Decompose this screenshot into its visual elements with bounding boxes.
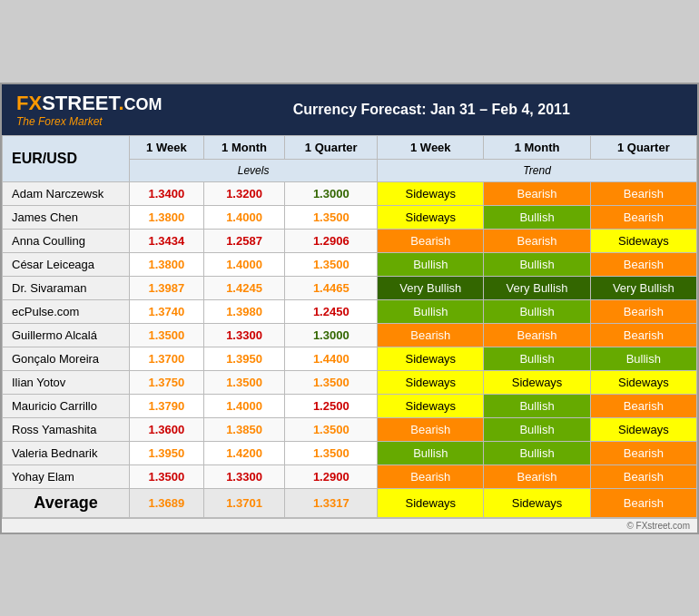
level-value: 1.3500	[285, 205, 378, 229]
analyst-name: César Leiceaga	[3, 252, 130, 276]
trend-value: Bearish	[378, 323, 484, 347]
copyright: © FXstreet.com	[626, 521, 690, 531]
level-value: 1.3500	[130, 323, 204, 347]
levels-header: Levels	[130, 159, 378, 181]
level-value: 1.3600	[130, 417, 204, 441]
avg-t2: Sideways	[484, 488, 590, 517]
level-value: 1.3700	[130, 347, 204, 370]
analyst-name: Dr. Sivaraman	[3, 276, 130, 299]
level-value: 1.2900	[285, 464, 378, 488]
average-row: Average 1.3689 1.3701 1.3317 Sideways Si…	[3, 488, 697, 517]
level-value: 1.3750	[130, 370, 204, 394]
avg-l1: 1.3689	[130, 488, 204, 517]
level-value: 1.3987	[130, 276, 204, 299]
table-row: Gonçalo Moreira1.37001.39501.4400Sideway…	[3, 347, 697, 370]
level-value: 1.2587	[203, 229, 285, 252]
level-value: 1.3790	[130, 394, 204, 417]
level-value: 1.3800	[130, 252, 204, 276]
logo-street: STREET	[42, 92, 118, 114]
analyst-name: Adam Narczewsk	[3, 181, 130, 205]
level-value: 1.4000	[203, 205, 285, 229]
trend-value: Bullish	[378, 441, 484, 464]
trend-value: Bearish	[484, 229, 590, 252]
level-value: 1.3400	[130, 181, 204, 205]
analyst-name: ecPulse.com	[3, 299, 130, 323]
page-title: Currency Forecast: Jan 31 – Feb 4, 2011	[181, 102, 683, 118]
table-row: Mauricio Carrillo1.37901.40001.2500Sidew…	[3, 394, 697, 417]
trend-value: Very Bullish	[484, 276, 590, 299]
trend-value: Sideways	[378, 370, 484, 394]
level-value: 1.2450	[285, 299, 378, 323]
table-row: Ross Yamashita1.36001.38501.3500BearishB…	[3, 417, 697, 441]
trend-value: Bullish	[484, 299, 590, 323]
trend-value: Sideways	[484, 370, 590, 394]
logo-com: COM	[124, 95, 162, 113]
trend-value: Bearish	[590, 181, 696, 205]
analyst-name: Ross Yamashita	[3, 417, 130, 441]
level-value: 1.3500	[285, 441, 378, 464]
trend-value: Bearish	[590, 464, 696, 488]
level-value: 1.3800	[130, 205, 204, 229]
trend-value: Bearish	[590, 323, 696, 347]
analyst-name: Mauricio Carrillo	[3, 394, 130, 417]
level-value: 1.3500	[203, 370, 285, 394]
col-h-5: 1 Month	[484, 135, 590, 159]
level-value: 1.3850	[203, 417, 285, 441]
trend-value: Sideways	[378, 347, 484, 370]
trend-value: Very Bullish	[378, 276, 484, 299]
level-value: 1.3950	[203, 347, 285, 370]
level-value: 1.4245	[203, 276, 285, 299]
level-value: 1.4400	[285, 347, 378, 370]
table-row: Yohay Elam1.35001.33001.2900BearishBeari…	[3, 464, 697, 488]
avg-t1: Sideways	[378, 488, 484, 517]
trend-value: Bearish	[590, 252, 696, 276]
level-value: 1.4000	[203, 394, 285, 417]
level-value: 1.4000	[203, 252, 285, 276]
trend-value: Bearish	[590, 394, 696, 417]
trend-header: Trend	[378, 159, 697, 181]
trend-value: Bearish	[484, 181, 590, 205]
level-value: 1.3500	[130, 464, 204, 488]
table-row: César Leiceaga1.38001.40001.3500BullishB…	[3, 252, 697, 276]
level-value: 1.3740	[130, 299, 204, 323]
trend-value: Bearish	[484, 464, 590, 488]
trend-value: Bullish	[484, 417, 590, 441]
col-h-1: 1 Week	[130, 135, 204, 159]
trend-value: Bullish	[484, 252, 590, 276]
table-row: Ilian Yotov1.37501.35001.3500SidewaysSid…	[3, 370, 697, 394]
trend-value: Bullish	[378, 252, 484, 276]
level-value: 1.3300	[203, 464, 285, 488]
trend-value: Sideways	[378, 394, 484, 417]
logo-sub: The Forex Market	[16, 115, 162, 128]
trend-value: Sideways	[590, 370, 696, 394]
level-value: 1.3300	[203, 323, 285, 347]
logo: FXSTREET.COM The Forex Market	[16, 92, 162, 128]
table-row: Dr. Sivaraman1.39871.42451.4465Very Bull…	[3, 276, 697, 299]
avg-label: Average	[3, 488, 130, 517]
logo-text: FXSTREET.COM	[16, 92, 162, 115]
avg-t3: Bearish	[590, 488, 696, 517]
col-h-6: 1 Quarter	[590, 135, 696, 159]
level-value: 1.3500	[285, 417, 378, 441]
table-row: Adam Narczewsk1.34001.32001.3000Sideways…	[3, 181, 697, 205]
table-row: Guillermo Alcalá1.35001.33001.3000Bearis…	[3, 323, 697, 347]
table-row: Anna Coulling1.34341.25871.2906BearishBe…	[3, 229, 697, 252]
level-value: 1.3500	[285, 370, 378, 394]
table-row: ecPulse.com1.37401.39801.2450BullishBull…	[3, 299, 697, 323]
trend-value: Sideways	[590, 417, 696, 441]
trend-value: Sideways	[378, 181, 484, 205]
analyst-name: Guillermo Alcalá	[3, 323, 130, 347]
header: FXSTREET.COM The Forex Market Currency F…	[2, 84, 697, 135]
analyst-name: James Chen	[3, 205, 130, 229]
col-h-2: 1 Month	[203, 135, 285, 159]
trend-value: Bearish	[590, 299, 696, 323]
level-value: 1.4465	[285, 276, 378, 299]
trend-value: Bearish	[484, 323, 590, 347]
avg-l2: 1.3701	[203, 488, 285, 517]
level-value: 1.2906	[285, 229, 378, 252]
trend-value: Very Bullish	[590, 276, 696, 299]
trend-value: Bearish	[378, 417, 484, 441]
pair-label: EUR/USD	[3, 135, 130, 181]
analyst-name: Ilian Yotov	[3, 370, 130, 394]
level-value: 1.3000	[285, 323, 378, 347]
